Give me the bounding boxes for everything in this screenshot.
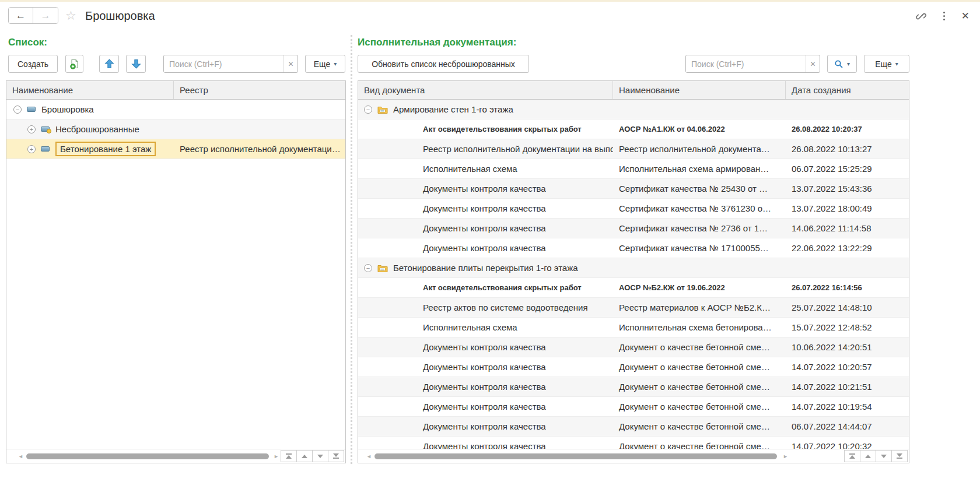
doc-type-label: Документы контроля качества — [423, 342, 546, 352]
column-header-name[interactable]: Наименование — [613, 81, 786, 99]
doc-name-cell: АОСР №А1.КЖ от 04.06.2022 — [613, 119, 786, 139]
doc-type-cell: Акт освидетельствования скрытых работ — [358, 119, 613, 139]
get-link-icon[interactable] — [915, 10, 927, 22]
column-header-doc-type[interactable]: Вид документа — [358, 81, 613, 99]
table-row[interactable]: Документы контроля качества Документ о к… — [358, 437, 909, 449]
go-up-button[interactable] — [860, 450, 876, 462]
table-row[interactable]: Документы контроля качества Документ о к… — [358, 357, 909, 377]
doc-type-cell: Документы контроля качества — [358, 357, 613, 377]
expand-icon[interactable]: − — [13, 105, 22, 114]
hscroll-right-icon[interactable]: ► — [783, 453, 788, 459]
doc-name-cell: Исполнительная схема армирован… — [613, 159, 786, 178]
go-bottom-button[interactable] — [891, 450, 908, 462]
row-nav-buttons — [281, 450, 344, 462]
tree-item-label: Несброшюрованные — [55, 124, 139, 134]
favorite-star-icon[interactable]: ☆ — [65, 9, 76, 23]
go-top-button[interactable] — [844, 450, 860, 462]
doc-date-cell: 26.07.2022 16:14:56 — [786, 278, 909, 297]
doc-type-label: Исполнительная схема — [423, 164, 517, 174]
right-more-button[interactable]: Еще ▾ — [864, 55, 909, 73]
unsaved-dot-icon — [47, 129, 51, 133]
hscroll-right-icon[interactable]: ► — [274, 453, 279, 459]
group-icon — [41, 146, 50, 152]
left-panel-heading: Список: — [8, 37, 47, 48]
list-table: Наименование Реестр − Брошюровка + Несбр… — [6, 80, 346, 463]
right-search-clear-icon[interactable]: ✕ — [806, 55, 820, 72]
doc-name-cell: Сертификат качества № 17100055… — [613, 238, 786, 258]
expand-icon[interactable]: − — [364, 264, 372, 272]
column-header-date[interactable]: Дата создания — [786, 81, 909, 99]
doc-type-label: Исполнительная схема — [423, 322, 517, 332]
forward-icon: → — [41, 10, 51, 22]
left-more-button[interactable]: Еще ▾ — [305, 55, 345, 73]
go-top-button[interactable] — [281, 450, 297, 462]
more-menu-icon[interactable] — [942, 10, 946, 22]
go-down-button[interactable] — [312, 450, 328, 462]
move-up-button[interactable] — [99, 55, 119, 73]
table-row[interactable]: Исполнительная схема Исполнительная схем… — [358, 318, 909, 337]
table-row[interactable]: + Несброшюрованные — [6, 119, 345, 139]
table-row[interactable]: Исполнительная схема Исполнительная схем… — [358, 159, 909, 179]
hscroll-left-icon[interactable]: ◄ — [366, 453, 372, 459]
table-row[interactable]: Документы контроля качества Сертификат к… — [358, 199, 909, 219]
table-row[interactable]: − Армирование стен 1-го этажа — [358, 100, 909, 119]
table-row[interactable]: − Бетонирование плиты перекрытия 1-го эт… — [358, 258, 909, 278]
doc-type-label: Реестр исполнительной документации на вы… — [423, 144, 613, 154]
arrow-down-icon — [131, 59, 141, 69]
hscroll-thumb[interactable] — [374, 453, 777, 459]
doc-name-cell: Сертификат качества № 25430 от … — [613, 179, 786, 198]
table-row[interactable]: + Бетонирование 1 этаж Реестр исполнител… — [6, 139, 345, 159]
doc-type-cell: Документы контроля качества — [358, 397, 613, 416]
refresh-unbound-button[interactable]: Обновить список несброшюрованных — [358, 55, 529, 73]
hscroll-thumb[interactable] — [26, 453, 269, 459]
doc-date-cell: 26.08.2022 10:13:27 — [786, 139, 909, 159]
go-up-button[interactable] — [296, 450, 313, 462]
table-row[interactable]: − Брошюровка — [6, 100, 345, 119]
doc-type-label: Документы контроля качества — [423, 203, 546, 213]
table-row[interactable]: Документы контроля качества Документ о к… — [358, 377, 909, 397]
table-row[interactable]: Документы контроля качества Сертификат к… — [358, 219, 909, 238]
go-down-button[interactable] — [876, 450, 892, 462]
expand-icon[interactable]: + — [27, 125, 36, 133]
doc-date-cell: 26.08.2022 10:20:37 — [786, 119, 909, 139]
move-down-button[interactable] — [126, 55, 146, 73]
table-row[interactable]: Реестр актов по системе водоотведения Ре… — [358, 298, 909, 318]
doc-date-cell: 06.07.2022 14:44:07 — [786, 417, 909, 436]
advanced-search-button[interactable]: ▾ — [827, 55, 857, 73]
left-search-box: ✕ — [163, 55, 298, 73]
doc-type-label: Документы контроля качества — [423, 402, 546, 411]
table-row[interactable]: Документы контроля качества Документ о к… — [358, 337, 909, 357]
table-row[interactable]: Документы контроля качества Документ о к… — [358, 397, 909, 417]
expand-icon[interactable]: + — [27, 145, 36, 153]
doc-type-cell: Документы контроля качества — [358, 337, 613, 357]
doc-date-cell: 06.07.2022 15:25:29 — [786, 159, 909, 178]
column-header-registry[interactable]: Реестр — [174, 81, 345, 99]
create-from-current-button[interactable] — [65, 55, 83, 73]
doc-date-cell: 15.07.2022 12:48:52 — [786, 318, 909, 337]
back-button[interactable]: ← — [9, 8, 33, 23]
doc-name-cell — [613, 100, 786, 119]
close-icon[interactable]: ✕ — [961, 10, 970, 22]
doc-date-cell: 14.07.2022 10:20:32 — [786, 437, 909, 449]
doc-type-label: Акт освидетельствования скрытых работ — [423, 125, 582, 133]
doc-type-label: Бетонирование плиты перекрытия 1-го этаж… — [393, 263, 578, 273]
left-search-clear-icon[interactable]: ✕ — [284, 55, 298, 72]
go-bottom-button[interactable] — [328, 450, 344, 462]
hscroll-left-icon[interactable]: ◄ — [18, 453, 23, 459]
table-row[interactable]: Документы контроля качества Сертификат к… — [358, 238, 909, 258]
forward-button[interactable]: → — [33, 8, 58, 23]
table-row[interactable]: Акт освидетельствования скрытых работ АО… — [358, 119, 909, 139]
doc-type-label: Акт освидетельствования скрытых работ — [423, 283, 582, 292]
doc-name-cell: Реестр материалов к АОСР №Б2.К… — [613, 298, 786, 317]
table-row[interactable]: Документы контроля качества Документ о к… — [358, 417, 909, 437]
right-search-input[interactable] — [686, 55, 806, 72]
create-button[interactable]: Создать — [8, 55, 58, 73]
right-search-box: ✕ — [685, 55, 820, 73]
panel-splitter[interactable] — [351, 35, 353, 464]
table-row[interactable]: Реестр исполнительной документации на вы… — [358, 139, 909, 159]
left-search-input[interactable] — [164, 55, 284, 72]
column-header-name[interactable]: Наименование — [6, 81, 174, 99]
table-row[interactable]: Акт освидетельствования скрытых работ АО… — [358, 278, 909, 298]
expand-icon[interactable]: − — [364, 105, 372, 114]
table-row[interactable]: Документы контроля качества Сертификат к… — [358, 179, 909, 199]
